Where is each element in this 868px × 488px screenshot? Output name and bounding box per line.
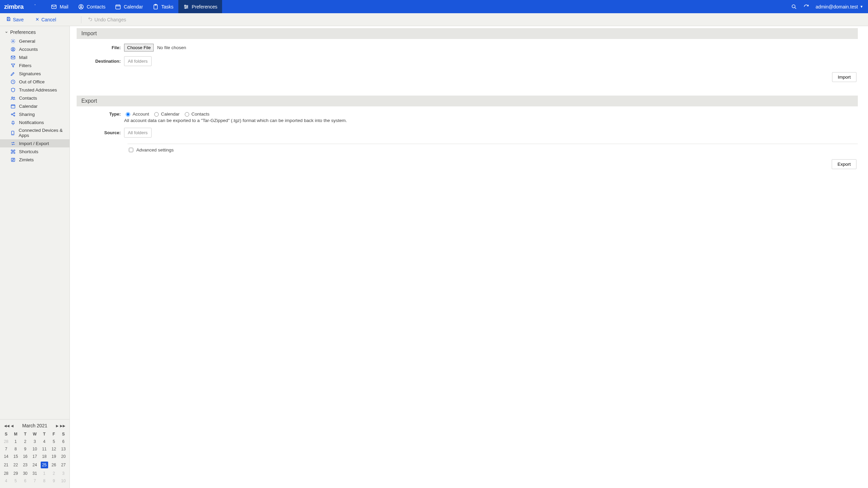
minical-day[interactable]: 4 <box>40 438 49 445</box>
topbar-right: admin@domain.test ▼ <box>791 4 868 10</box>
search-icon[interactable] <box>791 4 797 10</box>
minical-day[interactable]: 2 <box>49 470 59 477</box>
minical-prev-month-icon[interactable]: ◀ <box>11 424 14 428</box>
topbar-tabs: Mail Contacts Calendar Tasks Preferences <box>46 0 222 13</box>
tab-mail[interactable]: Mail <box>46 0 73 13</box>
minical-day[interactable]: 24 <box>30 460 39 470</box>
minical-day[interactable]: 16 <box>20 453 30 460</box>
sidebar-item-filters[interactable]: Filters <box>0 61 70 69</box>
minical-day[interactable]: 6 <box>59 438 68 445</box>
minical-day[interactable]: 21 <box>1 460 11 470</box>
export-button[interactable]: Export <box>832 159 856 169</box>
minical-day[interactable]: 13 <box>59 445 68 453</box>
brand-logo[interactable]: zimbra <box>0 3 46 11</box>
minical-day[interactable]: 3 <box>59 470 68 477</box>
sidebar-item-sharing[interactable]: Sharing <box>0 110 70 118</box>
minical-day[interactable]: 19 <box>49 453 59 460</box>
minical-day[interactable]: 9 <box>20 445 30 453</box>
choose-file-button[interactable]: Choose File <box>124 44 154 52</box>
export-type-contacts-radio[interactable] <box>185 112 189 117</box>
sidebar-item-accounts[interactable]: Accounts <box>0 45 70 53</box>
minical-day[interactable]: 20 <box>59 453 68 460</box>
minical-header: ◀◀ ◀ March 2021 ▶ ▶▶ <box>1 422 68 430</box>
minical-day[interactable]: 1 <box>11 438 20 445</box>
cancel-button[interactable]: Cancel <box>33 16 59 24</box>
import-panel: Import File: Choose File No file chosen … <box>77 28 858 82</box>
content-area: Import File: Choose File No file chosen … <box>70 26 868 488</box>
minical-day[interactable]: 25 <box>40 460 49 470</box>
minical-day[interactable]: 28 <box>1 438 11 445</box>
tab-contacts[interactable]: Contacts <box>73 0 110 13</box>
minical-day[interactable]: 9 <box>49 477 59 485</box>
minical-day[interactable]: 23 <box>20 460 30 470</box>
export-type-label: Type: <box>77 111 124 117</box>
tab-preferences[interactable]: Preferences <box>178 0 222 13</box>
sidebar-item-general[interactable]: General <box>0 37 70 45</box>
advanced-settings-checkbox[interactable] <box>129 148 133 152</box>
gear-icon <box>10 38 16 44</box>
tree-header-preferences[interactable]: Preferences <box>0 27 70 37</box>
minical-day[interactable]: 30 <box>20 470 30 477</box>
minical-day[interactable]: 22 <box>11 460 20 470</box>
export-type-calendar-radio[interactable] <box>154 112 159 117</box>
export-source-button[interactable]: All folders <box>124 128 152 138</box>
person-circle-icon <box>10 46 16 52</box>
minical-title[interactable]: March 2021 <box>22 423 47 428</box>
refresh-icon[interactable] <box>803 4 809 10</box>
minical-day[interactable]: 7 <box>1 445 11 453</box>
svg-point-16 <box>12 48 14 49</box>
minical-day[interactable]: 3 <box>30 438 39 445</box>
sidebar-item-importexport[interactable]: Import / Export <box>0 139 70 147</box>
tab-calendar[interactable]: Calendar <box>110 0 148 13</box>
minical-day[interactable]: 4 <box>1 477 11 485</box>
minical-next-month-icon[interactable]: ▶ <box>56 424 59 428</box>
sidebar-item-zimlets[interactable]: Zimlets <box>0 156 70 164</box>
minical-day[interactable]: 5 <box>11 477 20 485</box>
minical-day[interactable]: 29 <box>11 470 20 477</box>
sidebar-item-calendar[interactable]: Calendar <box>0 102 70 110</box>
import-destination-button[interactable]: All folders <box>124 56 152 66</box>
minical-day[interactable]: 5 <box>49 438 59 445</box>
import-file-label: File: <box>77 45 124 50</box>
sidebar-item-trusted[interactable]: Trusted Addresses <box>0 86 70 94</box>
minical-day[interactable]: 28 <box>1 470 11 477</box>
minical-day[interactable]: 26 <box>49 460 59 470</box>
minical-day[interactable]: 7 <box>30 477 39 485</box>
sidebar-item-devices[interactable]: Connected Devices & Apps <box>0 126 70 139</box>
minical-day[interactable]: 1 <box>40 470 49 477</box>
minical-day[interactable]: 14 <box>1 453 11 460</box>
minical-day[interactable]: 15 <box>11 453 20 460</box>
minical-day[interactable]: 6 <box>20 477 30 485</box>
sidebar-item-notifications[interactable]: Notifications <box>0 118 70 126</box>
sidebar-item-outofoffice[interactable]: Out of Office <box>0 78 70 86</box>
tree-header-label: Preferences <box>10 29 36 35</box>
minical-day[interactable]: 8 <box>11 445 20 453</box>
export-type-calendar[interactable]: Calendar <box>153 111 180 117</box>
sidebar-item-shortcuts[interactable]: Shortcuts <box>0 147 70 156</box>
svg-point-10 <box>185 7 186 8</box>
minical-day[interactable]: 17 <box>30 453 39 460</box>
export-type-contacts[interactable]: Contacts <box>183 111 210 117</box>
minical-day[interactable]: 31 <box>30 470 39 477</box>
sidebar-item-signatures[interactable]: Signatures <box>0 69 70 78</box>
export-type-account-radio[interactable] <box>126 112 130 117</box>
tab-tasks[interactable]: Tasks <box>148 0 178 13</box>
minical-day[interactable]: 11 <box>40 445 49 453</box>
minical-next-year-icon[interactable]: ▶▶ <box>60 424 65 428</box>
minical-day[interactable]: 8 <box>40 477 49 485</box>
export-type-account[interactable]: Account <box>124 111 149 117</box>
import-button[interactable]: Import <box>832 72 856 82</box>
sidebar-item-mail[interactable]: Mail <box>0 53 70 61</box>
save-button[interactable]: Save <box>3 15 26 24</box>
user-menu[interactable]: admin@domain.test ▼ <box>815 4 863 9</box>
sidebar-item-label: Connected Devices & Apps <box>19 128 66 138</box>
device-icon <box>10 130 15 136</box>
minical-day[interactable]: 10 <box>30 445 39 453</box>
minical-day[interactable]: 12 <box>49 445 59 453</box>
minical-day[interactable]: 2 <box>20 438 30 445</box>
minical-prev-year-icon[interactable]: ◀◀ <box>4 424 9 428</box>
minical-day[interactable]: 27 <box>59 460 68 470</box>
minical-day[interactable]: 18 <box>40 453 49 460</box>
minical-day[interactable]: 10 <box>59 477 68 485</box>
sidebar-item-contacts[interactable]: Contacts <box>0 94 70 102</box>
